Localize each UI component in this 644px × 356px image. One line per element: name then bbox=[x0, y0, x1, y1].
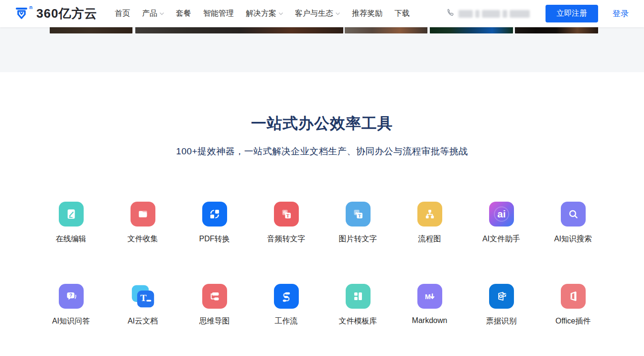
carousel-image-fragment bbox=[345, 27, 427, 33]
audio-text-icon: T bbox=[274, 202, 299, 227]
tool-item-audio-to-text[interactable]: T音频转文字 bbox=[251, 202, 322, 244]
ai-badge-icon: ai bbox=[489, 202, 514, 227]
carousel-image-fragment bbox=[50, 27, 132, 33]
svg-text:ai: ai bbox=[497, 208, 506, 219]
nav-item-label: 首页 bbox=[115, 9, 130, 19]
template-grid-icon bbox=[346, 284, 371, 309]
tools-section: 一站式办公效率工具 100+提效神器，一站式解决企业文档生产、协同办公与流程审批… bbox=[0, 72, 644, 356]
nav-item-label: 解决方案 bbox=[246, 9, 276, 19]
main-nav: 首页产品套餐智能管理解决方案客户与生态推荐奖励下载 bbox=[109, 9, 415, 19]
carousel-image-fragment bbox=[430, 27, 513, 33]
logo-sup-n: n bbox=[29, 4, 33, 10]
chevron-down-icon bbox=[336, 12, 340, 15]
tool-label: AI云文档 bbox=[128, 316, 158, 326]
receipt-ocr-icon bbox=[489, 284, 514, 309]
tool-item-ai-knowledge-qa[interactable]: ?AI知识问答 bbox=[35, 284, 107, 326]
nav-item-customers-eco[interactable]: 客户与生态 bbox=[295, 9, 340, 19]
nav-item-download[interactable]: 下载 bbox=[394, 9, 410, 19]
mindmap-icon bbox=[202, 284, 227, 309]
svg-text:T: T bbox=[286, 213, 289, 218]
tool-item-ai-file-assistant[interactable]: aiAI文件助手 bbox=[466, 202, 537, 244]
workflow-icon bbox=[274, 284, 299, 309]
tool-item-image-to-text[interactable]: T图片转文字 bbox=[322, 202, 394, 244]
nav-item-plans[interactable]: 套餐 bbox=[176, 9, 191, 19]
register-button[interactable]: 立即注册 bbox=[546, 5, 598, 22]
logo[interactable]: n 360亿方云 bbox=[14, 5, 97, 22]
hero-remnant-band bbox=[0, 27, 644, 72]
top-navbar: n 360亿方云 首页产品套餐智能管理解决方案客户与生态推荐奖励下载 立即注册 … bbox=[0, 0, 644, 27]
markdown-icon: M bbox=[417, 284, 442, 309]
tool-label: AI文件助手 bbox=[482, 234, 520, 244]
nav-item-solutions[interactable]: 解决方案 bbox=[246, 9, 283, 19]
tool-label: 音频转文字 bbox=[267, 234, 306, 244]
tool-item-office-plugin[interactable]: Office插件 bbox=[537, 284, 609, 326]
tool-label: 在线编辑 bbox=[56, 234, 87, 244]
tool-label: 工作流 bbox=[275, 316, 298, 326]
nav-item-label: 客户与生态 bbox=[295, 9, 333, 19]
nav-item-smart-management[interactable]: 智能管理 bbox=[203, 9, 234, 19]
tool-label: PDF转换 bbox=[199, 234, 230, 244]
image-text-icon: T bbox=[346, 202, 371, 227]
cloud-doc-icon: T bbox=[131, 284, 155, 309]
carousel-image-fragment bbox=[515, 27, 598, 33]
header-right-group: 立即注册 登录 bbox=[446, 5, 629, 22]
logo-text: 360亿方云 bbox=[36, 5, 97, 22]
chevron-down-icon bbox=[279, 12, 283, 15]
folder-icon bbox=[131, 202, 155, 227]
svg-text:M: M bbox=[425, 293, 430, 301]
convert-icon bbox=[202, 202, 227, 227]
nav-item-label: 产品 bbox=[142, 9, 157, 19]
section-title: 一站式办公效率工具 bbox=[0, 114, 644, 133]
tool-label: 思维导图 bbox=[199, 316, 230, 326]
tool-item-mind-map[interactable]: 思维导图 bbox=[179, 284, 251, 326]
tool-item-file-collect[interactable]: 文件收集 bbox=[107, 202, 179, 244]
doc-edit-icon bbox=[59, 202, 84, 227]
nav-item-label: 套餐 bbox=[176, 9, 191, 19]
svg-text:T: T bbox=[140, 293, 146, 303]
nav-item-products[interactable]: 产品 bbox=[142, 9, 164, 19]
tool-item-flowchart[interactable]: 流程图 bbox=[394, 202, 466, 244]
logo-shield-icon: n bbox=[14, 5, 32, 22]
tool-label: 文件模板库 bbox=[339, 316, 377, 326]
tool-item-pdf-convert[interactable]: PDF转换 bbox=[179, 202, 251, 244]
tool-label: Office插件 bbox=[556, 316, 591, 326]
tools-grid: 在线编辑文件收集PDF转换T音频转文字T图片转文字流程图aiAI文件助手AI知识… bbox=[35, 202, 609, 356]
svg-text:T: T bbox=[358, 213, 361, 218]
tool-label: Markdown bbox=[412, 316, 448, 325]
nav-item-label: 推荐奖励 bbox=[352, 9, 382, 19]
page: n 360亿方云 首页产品套餐智能管理解决方案客户与生态推荐奖励下载 立即注册 … bbox=[0, 0, 644, 356]
chevron-down-icon bbox=[160, 12, 164, 15]
phone-icon bbox=[446, 8, 455, 19]
tool-item-workflow[interactable]: 工作流 bbox=[251, 284, 322, 326]
nav-item-home[interactable]: 首页 bbox=[115, 9, 130, 19]
phone-contact bbox=[446, 8, 532, 19]
section-subtitle: 100+提效神器，一站式解决企业文档生产、协同办公与流程审批等挑战 bbox=[0, 145, 644, 158]
tool-label: 文件收集 bbox=[128, 234, 158, 244]
qa-bubble-icon: ? bbox=[59, 284, 84, 309]
flowchart-icon bbox=[417, 202, 442, 227]
tool-item-online-edit[interactable]: 在线编辑 bbox=[35, 202, 107, 244]
carousel-image-fragment bbox=[135, 27, 343, 33]
tool-label: AI知识问答 bbox=[52, 316, 90, 326]
tool-item-ai-knowledge-search[interactable]: AI知识搜索 bbox=[537, 202, 609, 244]
svg-text:?: ? bbox=[69, 292, 72, 298]
magnifier-icon bbox=[561, 202, 586, 227]
office-logo-icon bbox=[561, 284, 586, 309]
tool-label: 流程图 bbox=[418, 234, 441, 244]
tool-item-receipt-ocr[interactable]: 票据识别 bbox=[466, 284, 537, 326]
tool-item-markdown[interactable]: MMarkdown bbox=[394, 284, 466, 326]
tool-label: AI知识搜索 bbox=[554, 234, 592, 244]
login-link[interactable]: 登录 bbox=[612, 8, 629, 19]
nav-item-label: 智能管理 bbox=[203, 9, 234, 19]
tool-item-file-template-library[interactable]: 文件模板库 bbox=[322, 284, 394, 326]
tool-label: 图片转文字 bbox=[339, 234, 377, 244]
phone-number-redacted bbox=[458, 10, 532, 18]
tool-item-ai-cloud-doc[interactable]: TAI云文档 bbox=[107, 284, 179, 326]
tool-label: 票据识别 bbox=[486, 316, 517, 326]
nav-item-label: 下载 bbox=[394, 9, 410, 19]
nav-item-referral-reward[interactable]: 推荐奖励 bbox=[352, 9, 382, 19]
